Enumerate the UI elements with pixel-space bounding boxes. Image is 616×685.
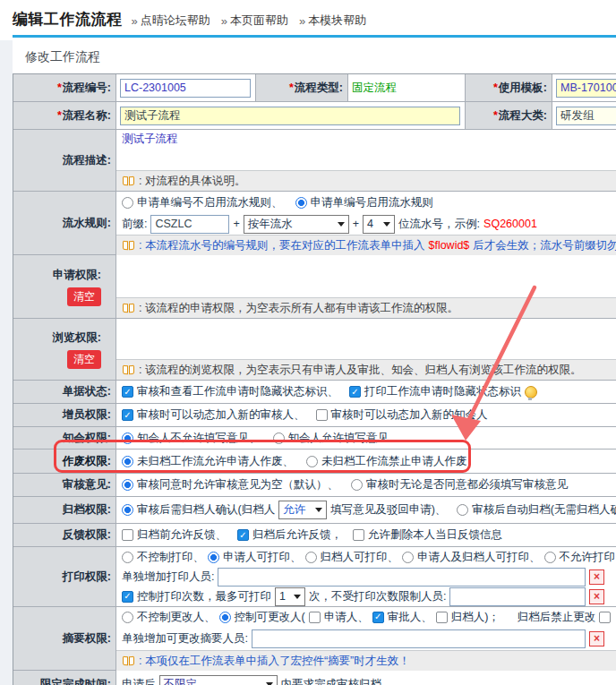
checkbox-summary-lock-after-archive[interactable] bbox=[599, 612, 611, 623]
checkbox-hide-status-review[interactable] bbox=[122, 386, 133, 398]
archive-allow-select[interactable]: 允许 bbox=[278, 501, 327, 519]
radio-opinion-required[interactable] bbox=[351, 479, 363, 491]
section-title: 修改工作流程 bbox=[25, 49, 616, 65]
cell-void-permission: 未归档工作流允许申请人作废、 未归档工作流禁止申请人作废 bbox=[116, 450, 467, 473]
radio-serial-on[interactable] bbox=[295, 197, 307, 209]
radio-print-both[interactable] bbox=[402, 552, 414, 563]
clear-apply-button[interactable]: 清空 bbox=[67, 287, 101, 306]
checkbox-add-notified[interactable] bbox=[316, 409, 328, 421]
checkbox-summary-archiver[interactable] bbox=[436, 612, 448, 623]
template-input[interactable]: MB-170100 bbox=[556, 79, 616, 98]
cell-browse-permission: : 该流程的浏览权限，为空表示只有申请人及审批、知会、归档人有浏览该工作流的权限… bbox=[116, 319, 616, 380]
checkbox-summary-applicant[interactable] bbox=[309, 612, 321, 623]
radio-archive-confirm[interactable] bbox=[122, 504, 133, 516]
label-feedback-permission: 反馈权限: bbox=[13, 524, 116, 546]
print-extra-users-input[interactable] bbox=[218, 568, 586, 587]
summary-hint: : 本项仅在工作流表单中插入了宏控件“摘要”时才生效！ bbox=[116, 650, 616, 671]
process-no-input[interactable]: LC-2301005 bbox=[120, 79, 251, 98]
row-print-permission: 打印权限: 不控制打印、 申请人可打印、 归档人可打印、 申请人及归档人可打印、… bbox=[13, 547, 616, 607]
process-name-input[interactable]: 测试子流程 bbox=[120, 107, 460, 125]
row-archive-permission: 归档权限: 审核后需归档人确认(归档人 允许 填写意见及驳回申请)、 审核后自动… bbox=[13, 497, 616, 524]
print-count-select[interactable]: 1 bbox=[275, 587, 305, 606]
radio-print-applicant[interactable] bbox=[208, 552, 219, 563]
clear-field-icon[interactable] bbox=[589, 631, 604, 646]
chevron-down-icon bbox=[338, 222, 345, 227]
apply-permission-area[interactable] bbox=[116, 255, 616, 297]
cell-deadline: 申请后 不限定 内要求完成审核归档 bbox=[116, 671, 381, 685]
row-process-name: *流程名称: 测试子流程 *流程大类: 研发组 bbox=[13, 102, 616, 130]
browse-permission-area[interactable] bbox=[116, 319, 616, 359]
label-category: *流程大类: bbox=[466, 102, 552, 129]
description-textarea[interactable]: 测试子流程 bbox=[116, 130, 616, 170]
radio-print-forbidden[interactable] bbox=[544, 552, 556, 563]
print-radio-line: 不控制打印、 申请人可打印、 归档人可打印、 申请人及归档人可打印、 不允许打印 bbox=[116, 547, 616, 567]
cell-feedback-permission: 归档前允许反馈、 归档后允许反馈， 允许删除本人当日反馈信息 bbox=[116, 524, 502, 546]
label-void-permission: 作废权限: bbox=[13, 450, 116, 473]
book-icon bbox=[122, 240, 135, 251]
cell-category: 研发组 bbox=[552, 102, 616, 129]
cell-archive-permission: 审核后需归档人确认(归档人 允许 填写意见及驳回申请)、 审核后自动归档(无需归… bbox=[116, 497, 616, 523]
cell-print-permission: 不控制打印、 申请人可打印、 归档人可打印、 申请人及归档人可打印、 不允许打印… bbox=[116, 547, 616, 606]
label-browse-permission: 浏览权限: 清空 bbox=[13, 319, 116, 380]
cell-process-no: LC-2301005 bbox=[116, 74, 256, 101]
serial-hint: : 本流程流水号的编号规则，要在对应的工作流表单中插入$flowid$后才会生效… bbox=[116, 235, 616, 255]
chevron-down-icon bbox=[294, 595, 301, 599]
serial-prefix-input[interactable]: CSZLC bbox=[150, 215, 229, 234]
breadcrumb-separator: » bbox=[132, 14, 138, 28]
serial-radio-line: 申请单编号不启用流水规则、 申请单编号启用流水规则 bbox=[116, 192, 616, 213]
category-input[interactable]: 研发组 bbox=[556, 107, 616, 125]
help-link-module[interactable]: 本模块帮助 bbox=[308, 13, 366, 29]
checkbox-hide-status-print[interactable] bbox=[349, 386, 361, 398]
checkbox-limit-print-count[interactable] bbox=[122, 591, 133, 603]
radio-notify-opinion[interactable] bbox=[273, 432, 285, 444]
clear-browse-button[interactable]: 清空 bbox=[67, 350, 101, 369]
summary-extra-line: 单独增加可更改摘要人员: bbox=[116, 627, 616, 650]
radio-summary-uncontrolled[interactable] bbox=[122, 612, 133, 623]
radio-serial-off[interactable] bbox=[122, 197, 133, 209]
radio-summary-controlled[interactable] bbox=[219, 612, 231, 623]
label-process-type: *流程类型: bbox=[256, 74, 348, 101]
serial-period-select[interactable]: 按年流水 bbox=[244, 215, 349, 234]
summary-radio-line: 不控制更改人、 控制可更改人( 申请人、 审批人、 归档人)； 归档后禁止更改 bbox=[116, 607, 616, 627]
clear-field-icon[interactable] bbox=[589, 569, 604, 585]
cell-description: 测试子流程 : 对流程的具体说明。 bbox=[116, 130, 616, 191]
label-print-permission: 打印权限: bbox=[13, 547, 116, 606]
breadcrumb-separator: » bbox=[299, 14, 305, 28]
row-review-opinion: 审核意见: 审核同意时允许审核意见为空（默认）、 审核时无论是否同意都必须填写审… bbox=[13, 474, 616, 497]
page-left-margin bbox=[0, 40, 13, 685]
radio-archive-auto[interactable] bbox=[457, 504, 468, 516]
label-deadline: 限定完成时间: bbox=[13, 671, 116, 685]
label-template: *使用模板: bbox=[466, 74, 552, 101]
radio-void-allowed[interactable] bbox=[122, 456, 133, 467]
chevron-down-icon bbox=[266, 682, 273, 685]
radio-opinion-optional[interactable] bbox=[122, 479, 133, 491]
checkbox-summary-approver[interactable] bbox=[372, 612, 384, 623]
print-extra-line: 单独增加打印人员: bbox=[116, 567, 616, 587]
checkbox-feedback-after[interactable] bbox=[237, 529, 249, 541]
label-doc-status: 单据状态: bbox=[13, 381, 116, 403]
row-apply-permission: 申请权限: 清空 : 该流程的申请权限，为空表示所有人都有申请该工作流的权限。 bbox=[13, 255, 616, 319]
help-link-forum[interactable]: 点晴论坛帮助 bbox=[141, 13, 210, 29]
cell-serial-rule: 申请单编号不启用流水规则、 申请单编号启用流水规则 前缀: CSZLC + 按年… bbox=[116, 192, 616, 254]
radio-print-uncontrolled[interactable] bbox=[122, 552, 133, 563]
checkbox-feedback-before[interactable] bbox=[122, 529, 133, 541]
clear-field-icon[interactable] bbox=[589, 589, 604, 604]
deadline-select[interactable]: 不限定 bbox=[159, 675, 278, 685]
book-icon bbox=[122, 655, 135, 666]
radio-void-forbidden[interactable] bbox=[306, 456, 318, 467]
serial-digits-select[interactable]: 4 bbox=[363, 215, 395, 234]
cell-add-member: 审核时可以动态加入新的审核人、 审核时可以动态加入新的知会人 bbox=[116, 404, 488, 426]
serial-example: SQ260001 bbox=[483, 218, 537, 230]
apply-hint: : 该流程的申请权限，为空表示所有人都有申请该工作流的权限。 bbox=[116, 297, 616, 318]
help-link-page[interactable]: 本页面帮助 bbox=[230, 13, 288, 29]
print-unlimited-users-input[interactable] bbox=[449, 587, 586, 606]
radio-print-archiver[interactable] bbox=[305, 552, 317, 563]
radio-notify-no-opinion[interactable] bbox=[122, 432, 133, 444]
row-feedback-permission: 反馈权限: 归档前允许反馈、 归档后允许反馈， 允许删除本人当日反馈信息 bbox=[13, 524, 616, 547]
row-add-member: 增员权限: 审核时可以动态加入新的审核人、 审核时可以动态加入新的知会人 bbox=[13, 404, 616, 427]
checkbox-feedback-delete[interactable] bbox=[353, 529, 364, 541]
book-icon bbox=[122, 364, 135, 375]
checkbox-add-reviewer[interactable] bbox=[122, 409, 133, 421]
label-wrap: 反馈权限: bbox=[13, 524, 116, 546]
summary-extra-users-input[interactable] bbox=[252, 629, 586, 648]
